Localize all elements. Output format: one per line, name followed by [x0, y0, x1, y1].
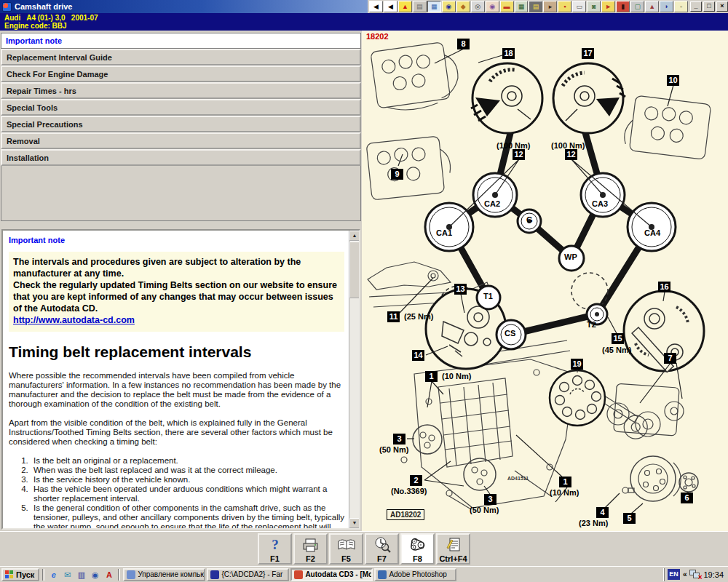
task-icon	[210, 570, 219, 579]
menu-item-replacement-interval-guide[interactable]: Replacement Interval Guide	[1, 49, 361, 65]
fuel-system-icon[interactable]: ▬	[500, 1, 514, 12]
car-data-icon[interactable]: ◗	[660, 1, 673, 12]
taskbar-divider	[118, 569, 120, 581]
callout-15: 15	[612, 333, 624, 344]
task-computer-management[interactable]: Управление компьюте...	[123, 568, 205, 581]
callout-12b: 12	[565, 149, 577, 160]
print-button[interactable]: F2	[293, 533, 328, 565]
back-icon[interactable]: ◀	[384, 1, 397, 12]
service-gauge-icon[interactable]: ◉	[442, 1, 456, 12]
list-item: Is the service history of the vehicle kn…	[31, 475, 344, 485]
doors-icon[interactable]: ▦	[515, 1, 529, 12]
seat-icon[interactable]: ▮	[616, 1, 630, 12]
tyre-icon[interactable]: ◎	[471, 1, 485, 12]
books-icon[interactable]: ▥	[75, 569, 87, 581]
menu-item-removal[interactable]: Removal	[1, 132, 361, 149]
menu-item-check-for-engine-damage[interactable]: Check For Engine Damage	[1, 65, 361, 82]
callout-17: 17	[582, 48, 594, 59]
checklist: Is the belt an original or a replacement…	[31, 456, 344, 530]
vehicle-header: Audi A4 (01-) 3,0 2001-07 Engine code: B…	[0, 13, 728, 31]
callout-3b: 3	[484, 494, 496, 505]
print-icon	[295, 535, 326, 554]
pulley-label-wp: WP	[564, 252, 577, 261]
maximize-button[interactable]: □	[703, 1, 715, 12]
wheel-lift-icon[interactable]: ◆	[456, 1, 470, 12]
callout-1b: 1	[559, 477, 571, 487]
task-autodata[interactable]: Autodata CD3 - [Mod...	[290, 568, 373, 581]
windows-logo-icon	[5, 570, 14, 578]
vertical-scrollbar[interactable]: ▲ ▼	[349, 231, 359, 528]
diagram-drawing	[362, 31, 728, 531]
timing-belt-diagram: 18202 AD18202 AD41511 CA1 CA2 CA3 CA4 G …	[362, 31, 728, 531]
window-title: Camshaft drive	[15, 2, 72, 11]
callout-2: 2	[410, 475, 422, 486]
manual-book-icon	[331, 535, 362, 554]
acrobat-icon[interactable]: A	[103, 569, 115, 581]
printer-icon[interactable]: ▭	[572, 1, 586, 12]
torque-label: (50 Nm)	[470, 506, 499, 514]
callout-16: 16	[658, 282, 670, 292]
warning-icon[interactable]: ▲	[398, 1, 412, 12]
menu-item-installation[interactable]: Installation	[1, 149, 361, 166]
manual-button[interactable]: F5	[329, 533, 363, 565]
scroll-down-icon[interactable]: ▼	[349, 518, 360, 528]
aircon-icon[interactable]: ▢	[630, 1, 644, 12]
language-indicator[interactable]: EN	[668, 569, 680, 580]
towing-icon[interactable]: ►	[601, 1, 615, 12]
callout-11: 11	[387, 311, 400, 322]
dashboard-icon[interactable]: ▤	[529, 1, 542, 12]
battery-icon[interactable]: ▪	[558, 1, 571, 12]
menu-item-special-precautions[interactable]: Special Precautions	[1, 116, 361, 132]
contents-icon[interactable]: ▤	[413, 1, 427, 12]
belt-diagram-button[interactable]: F8	[400, 533, 435, 565]
pulley-label-t1: T1	[483, 292, 493, 300]
callout-12a: 12	[513, 149, 525, 160]
media-player-icon[interactable]: ◉	[89, 569, 101, 581]
callout-6: 6	[681, 493, 693, 503]
first-page-icon[interactable]: ◀	[369, 1, 383, 12]
notes-icon[interactable]: ▫	[674, 1, 688, 12]
close-button[interactable]: ×	[716, 1, 728, 12]
callout-3a: 3	[393, 434, 405, 445]
hazard-icon[interactable]: ▲	[645, 1, 659, 12]
section-menu-panel: Important note Replacement Interval Guid…	[0, 31, 362, 531]
note-line: Check the regularly updated Timing Belts…	[13, 279, 340, 314]
taskbar: Пуск e ✉ ▥ ◉ A Управление компьюте... {C…	[0, 566, 728, 582]
pulley-label-g: G	[526, 215, 533, 224]
svg-text:?: ?	[272, 537, 279, 552]
minimize-button[interactable]: _	[690, 1, 702, 12]
scroll-up-icon[interactable]: ▲	[349, 231, 360, 241]
taskbar-clock: 19:34	[703, 570, 724, 579]
ie-icon[interactable]: e	[47, 569, 60, 581]
tray-chevron[interactable]: «	[683, 570, 687, 578]
task-icon	[378, 570, 387, 579]
instruments-icon[interactable]: ◉	[486, 1, 499, 12]
engine-icon[interactable]: ◙	[587, 1, 601, 12]
task-photoshop[interactable]: Adobe Photoshop	[374, 568, 456, 581]
menu-item-repair-times[interactable]: Repair Times - hrs	[1, 82, 361, 99]
chassis-icon[interactable]: ▦	[427, 1, 441, 12]
figure-stamp: AD18202	[387, 509, 424, 520]
help-button[interactable]: ? F1	[258, 533, 292, 565]
autodata-link[interactable]: http://www.autodata-cd.com	[13, 315, 135, 325]
menu-item-special-tools[interactable]: Special Tools	[1, 99, 361, 116]
menu-item-important-note[interactable]: Important note	[1, 33, 361, 49]
torque-label: (10 Nm)	[550, 488, 579, 497]
repair-times-button[interactable]: F7	[365, 533, 399, 565]
callout-8: 8	[457, 39, 470, 49]
start-button[interactable]: Пуск	[1, 568, 39, 581]
torque-label: (25 Nm)	[404, 312, 433, 321]
task-far-manager[interactable]: {C:\ADCDA2} - Far	[207, 568, 289, 581]
outlook-icon[interactable]: ✉	[61, 569, 74, 581]
app-icon	[2, 2, 12, 12]
scrollbar-thumb[interactable]	[349, 242, 360, 298]
system-tray: EN « × 19:34	[664, 568, 727, 581]
engine-code: Engine code: BBJ	[4, 22, 67, 30]
edit-note-button[interactable]: Ctrl+F4	[436, 533, 470, 565]
torque-label: (50 Nm)	[379, 445, 408, 454]
article-content: Important note The intervals and procedu…	[3, 231, 349, 528]
list-item: Has the vehicle been operated under ardu…	[31, 485, 344, 503]
list-item: Is the general condition of other compon…	[31, 503, 344, 530]
network-offline-icon[interactable]: ×	[689, 570, 700, 579]
injector-icon[interactable]: ▸	[543, 1, 557, 12]
